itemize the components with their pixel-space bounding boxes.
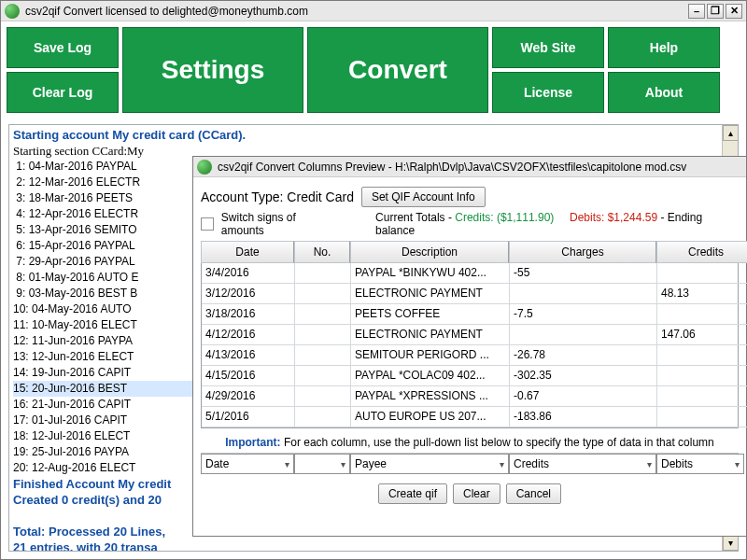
main-title: csv2qif Convert licensed to delighted@mo… xyxy=(25,5,308,18)
table-cell xyxy=(295,284,351,304)
clear-button[interactable]: Clear xyxy=(453,483,500,504)
switch-signs-checkbox[interactable] xyxy=(201,217,214,231)
column-type-selector[interactable]: Payee xyxy=(350,454,509,474)
table-cell: 3/18/2016 xyxy=(202,304,295,325)
table-cell: -302.35 xyxy=(510,366,657,386)
website-button[interactable]: Web Site xyxy=(492,27,604,68)
debits-label: Debits: xyxy=(570,211,608,224)
table-cell: -0.67 xyxy=(510,386,657,407)
table-cell: ELECTRONIC PAYMENT xyxy=(351,284,510,304)
app-icon xyxy=(5,4,20,19)
close-button[interactable]: ✕ xyxy=(726,4,742,19)
log-entries: 21 entries, with 20 transa xyxy=(13,539,734,552)
table-cell: SEMITOUR PERIGORD ... xyxy=(351,345,510,366)
about-button[interactable]: About xyxy=(608,72,720,113)
table-cell xyxy=(657,263,747,284)
table-body: 3/4/2016PAYPAL *BINKYWU 402...-553/12/20… xyxy=(201,263,739,428)
scroll-down-icon[interactable]: ▾ xyxy=(723,535,739,551)
table-cell: 3/12/2016 xyxy=(202,284,295,304)
table-row[interactable]: 3/12/2016ELECTRONIC PAYMENT48.13 xyxy=(202,284,738,304)
table-cell: 5/1/2016 xyxy=(202,407,295,427)
credits-label: Credits: xyxy=(455,211,497,224)
dialog-titlebar[interactable]: csv2qif Convert Columns Preview - H:\Ral… xyxy=(193,157,746,177)
scroll-up-icon[interactable]: ▴ xyxy=(723,125,739,141)
table-cell xyxy=(657,345,747,366)
main-toolbar: Save Log Clear Log Settings Convert Web … xyxy=(1,21,746,119)
table-cell: PAYPAL *XPRESSIONS ... xyxy=(351,386,510,407)
credits-value: ($1,111.90) xyxy=(497,211,554,224)
table-cell: 4/12/2016 xyxy=(202,325,295,345)
clear-log-button[interactable]: Clear Log xyxy=(7,72,119,113)
table-cell xyxy=(295,386,351,407)
column-header[interactable]: Charges xyxy=(509,241,656,263)
table-cell: 4/15/2016 xyxy=(202,366,295,386)
preview-dialog: csv2qif Convert Columns Preview - H:\Ral… xyxy=(192,156,747,537)
table-row[interactable]: 4/29/2016PAYPAL *XPRESSIONS ...-0.67 xyxy=(202,386,738,407)
column-header[interactable]: Credits xyxy=(656,241,747,263)
column-type-selector[interactable]: Debits xyxy=(656,454,744,474)
table-cell: PAYPAL *COLAC09 402... xyxy=(351,366,510,386)
save-log-button[interactable]: Save Log xyxy=(7,27,119,68)
convert-button[interactable]: Convert xyxy=(307,27,488,113)
table-cell xyxy=(295,325,351,345)
table-cell xyxy=(510,284,657,304)
table-cell: -55 xyxy=(510,263,657,284)
table-cell: 3/4/2016 xyxy=(202,263,295,284)
column-header[interactable]: Description xyxy=(350,241,509,263)
table-cell: -183.86 xyxy=(510,407,657,427)
totals-prefix: Current Totals - xyxy=(375,211,455,224)
table-cell: -26.78 xyxy=(510,345,657,366)
settings-button[interactable]: Settings xyxy=(122,27,303,113)
switch-signs-label: Switch signs of amounts xyxy=(221,211,340,237)
table-row[interactable]: 5/1/2016AUTO EUROPE US 207...-183.86 xyxy=(202,407,738,427)
table-cell: PEETS COFFEE xyxy=(351,304,510,325)
set-qif-button[interactable]: Set QIF Account Info xyxy=(361,187,486,207)
table-cell: 48.13 xyxy=(657,284,747,304)
column-header[interactable]: Date xyxy=(201,241,294,263)
table-cell xyxy=(295,263,351,284)
table-row[interactable]: 4/15/2016PAYPAL *COLAC09 402...-302.35 xyxy=(202,366,738,386)
table-cell: 4/13/2016 xyxy=(202,345,295,366)
cancel-button[interactable]: Cancel xyxy=(506,483,561,504)
table-cell: 4/29/2016 xyxy=(202,386,295,407)
important-label: Important: xyxy=(225,436,284,449)
main-titlebar[interactable]: csv2qif Convert licensed to delighted@mo… xyxy=(1,1,746,21)
table-cell xyxy=(657,407,747,427)
column-selectors: DatePayeeCreditsDebits xyxy=(201,453,739,474)
table-cell xyxy=(657,386,747,407)
column-type-selector[interactable] xyxy=(294,454,350,474)
table-row[interactable]: 3/4/2016PAYPAL *BINKYWU 402...-55 xyxy=(202,263,738,284)
column-type-selector[interactable]: Date xyxy=(201,454,294,474)
column-header[interactable]: No. xyxy=(294,241,350,263)
help-button[interactable]: Help xyxy=(608,27,720,68)
table-cell: -7.5 xyxy=(510,304,657,325)
app-icon xyxy=(197,160,212,175)
dialog-title: csv2qif Convert Columns Preview - H:\Ral… xyxy=(218,161,686,174)
table-cell: ELECTRONIC PAYMENT xyxy=(351,325,510,345)
table-row[interactable]: 4/13/2016SEMITOUR PERIGORD ...-26.78 xyxy=(202,345,738,366)
table-cell xyxy=(657,366,747,386)
table-row[interactable]: 3/18/2016PEETS COFFEE-7.5 xyxy=(202,304,738,325)
table-cell: 147.06 xyxy=(657,325,747,345)
table-cell: PAYPAL *BINKYWU 402... xyxy=(351,263,510,284)
table-row[interactable]: 4/12/2016ELECTRONIC PAYMENT147.06 xyxy=(202,325,738,345)
important-text: For each column, use the pull-down list … xyxy=(284,436,714,449)
column-type-selector[interactable]: Credits xyxy=(509,454,656,474)
table-cell xyxy=(295,345,351,366)
table-cell xyxy=(510,325,657,345)
account-type-label: Account Type: Credit Card xyxy=(201,189,354,204)
table-header: DateNo.DescriptionChargesCredits xyxy=(201,241,739,263)
maximize-button[interactable]: ❐ xyxy=(707,4,724,19)
minimize-button[interactable]: – xyxy=(688,4,705,19)
table-cell xyxy=(295,366,351,386)
table-cell xyxy=(295,407,351,427)
table-cell xyxy=(295,304,351,325)
table-cell xyxy=(657,304,747,325)
table-cell: AUTO EUROPE US 207... xyxy=(351,407,510,427)
license-button[interactable]: License xyxy=(492,72,604,113)
create-qif-button[interactable]: Create qif xyxy=(378,483,447,504)
debits-value: $1,244.59 xyxy=(608,211,657,224)
log-start-account: Starting account My credit card (CCard). xyxy=(13,127,734,143)
